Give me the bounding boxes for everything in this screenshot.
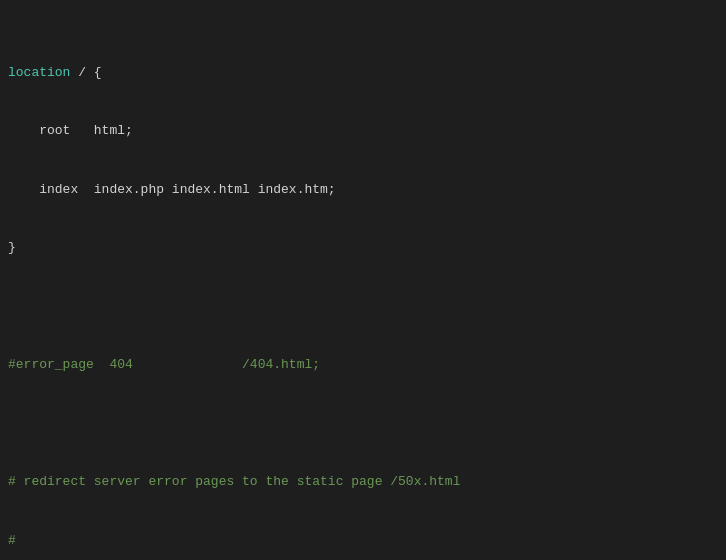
line-6: #error_page 404 /404.html;	[8, 355, 718, 375]
code-editor: location / { root html; index index.php …	[0, 0, 726, 560]
line-7	[8, 414, 718, 434]
line-8: # redirect server error pages to the sta…	[8, 472, 718, 492]
line-9: #	[8, 531, 718, 551]
line-3: index index.php index.html index.htm;	[8, 180, 718, 200]
line-4: }	[8, 238, 718, 258]
line-1: location / {	[8, 63, 718, 83]
line-5	[8, 297, 718, 317]
line-2: root html;	[8, 121, 718, 141]
